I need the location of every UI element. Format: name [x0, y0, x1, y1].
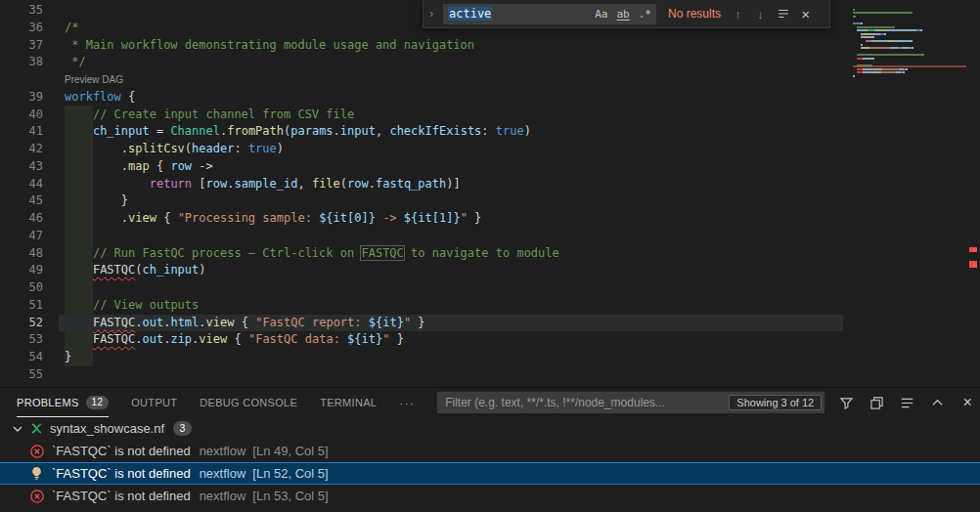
line-text: Preview DAG — [43, 71, 123, 89]
find-previous-button[interactable]: ↑ — [729, 7, 747, 21]
line-text: } — [43, 192, 128, 210]
error-token: FASTQC — [93, 316, 135, 329]
find-options: Aa ab .* — [595, 8, 651, 21]
code-line[interactable]: 41 ch_input = Channel.fromPath(params.in… — [0, 123, 843, 141]
code-line[interactable]: 43 .map { row -> — [0, 158, 843, 176]
tab-terminal[interactable]: TERMINAL — [320, 388, 377, 417]
code-line[interactable]: 40 // Create input channel from CSV file — [0, 107, 843, 124]
code-lines[interactable]: 3536/*37 * Main workflow demonstrating m… — [0, 2, 843, 384]
match-case-button[interactable]: Aa — [595, 8, 607, 21]
tab-debug-console[interactable]: DEBUG CONSOLE — [200, 388, 297, 417]
code-line[interactable]: 52 FASTQC.out.html.view { "FastQC report… — [0, 315, 843, 332]
code-token: -> — [192, 159, 213, 173]
line-number: 38 — [0, 54, 43, 71]
line-number: 36 — [0, 20, 43, 37]
code-token: ${it} — [347, 332, 382, 346]
open-in-editor-icon[interactable] — [868, 393, 885, 412]
code-line[interactable]: 54} — [0, 349, 843, 366]
code-token: fromPath — [227, 124, 284, 138]
tab-problems[interactable]: PROBLEMS 12 — [17, 388, 109, 417]
problem-row-selected[interactable]: `FASTQC` is not defined nextflow [Ln 52,… — [0, 462, 980, 485]
code-token: true — [248, 142, 277, 155]
line-number: 45 — [0, 192, 43, 210]
code-line[interactable]: 46 .view { "Processing sample: ${it[0]} … — [0, 210, 843, 228]
line-number: 48 — [0, 245, 43, 263]
tab-label: OUTPUT — [131, 397, 177, 408]
code-token: . — [135, 316, 142, 329]
tab-output[interactable]: OUTPUT — [131, 388, 177, 417]
code-token — [65, 211, 121, 225]
nextflow-file-icon — [29, 421, 45, 436]
problem-message: `FASTQC` is not defined — [52, 444, 191, 458]
find-input[interactable]: active Aa ab .* — [443, 4, 656, 24]
find-in-selection-icon[interactable] — [774, 7, 792, 21]
code-line[interactable]: 39workflow { — [0, 89, 843, 107]
code-line[interactable]: 47 — [0, 228, 843, 245]
code-token: { — [156, 211, 178, 225]
line-text: return [row.sample_id, file(row.fastq_pa… — [43, 176, 461, 193]
code-line[interactable]: 49 FASTQC(ch_input) — [0, 262, 843, 279]
code-token: */ — [65, 55, 86, 68]
code-line[interactable]: 37 * Main workflow demonstrating module … — [0, 37, 843, 55]
tab-label: TERMINAL — [320, 397, 377, 408]
code-line[interactable]: 44 return [row.sample_id, file(row.fastq… — [0, 176, 843, 193]
line-text: * Main workflow demonstrating module usa… — [43, 37, 474, 55]
code-token: "FastQC data: — [248, 332, 347, 346]
code-token: fastq_path — [376, 177, 446, 191]
code-line[interactable]: 45 } — [0, 192, 843, 210]
view-as-table-icon[interactable] — [898, 393, 915, 412]
maximize-panel-icon[interactable] — [928, 393, 946, 412]
toggle-replace-chevron-icon[interactable]: › — [423, 7, 439, 21]
line-text: /* — [43, 20, 78, 37]
code-token: { — [121, 90, 135, 104]
code-token: ( — [185, 142, 192, 155]
code-token: * Main workflow demonstrating module usa… — [65, 38, 474, 52]
code-token: ( — [340, 177, 347, 191]
line-text — [43, 2, 65, 20]
code-editor[interactable]: 3536/*37 * Main workflow demonstrating m… — [0, 0, 980, 387]
code-line[interactable]: 42 .splitCsv(header: true) — [0, 141, 843, 158]
code-line[interactable]: 48 // Run FastQC process — Ctrl-click on… — [0, 245, 843, 263]
line-text: ch_input = Channel.fromPath(params.input… — [43, 123, 531, 141]
codelens-preview-dag-link[interactable]: Preview DAG — [65, 74, 123, 85]
problem-row[interactable]: `FASTQC` is not defined nextflow [Ln 49,… — [0, 440, 980, 462]
code-token: out — [143, 316, 164, 329]
problem-message: `FASTQC` is not defined — [52, 489, 191, 503]
find-next-button[interactable]: ↓ — [751, 7, 770, 21]
problems-filter-input[interactable]: Filter (e.g. text, **/*.ts, !**/node_mod… — [437, 392, 824, 413]
code-line[interactable]: 53 FASTQC.out.zip.view { "FastQC data: $… — [0, 331, 843, 349]
code-line[interactable]: 50 — [0, 279, 843, 297]
problem-location: [Ln 52, Col 5] — [252, 466, 328, 481]
whole-word-button[interactable]: ab — [617, 8, 630, 21]
code-line[interactable]: 38 */ — [0, 54, 843, 71]
codelens-row[interactable]: Preview DAG — [0, 71, 843, 89]
line-text: // View outputs — [43, 297, 199, 315]
code-token: // Create input channel from CSV file — [93, 107, 354, 121]
overview-ruler[interactable] — [966, 0, 980, 387]
problem-location: [Ln 53, Col 5] — [252, 489, 328, 503]
line-text: FASTQC.out.zip.view { "FastQC data: ${it… — [43, 331, 404, 349]
minimap[interactable] — [853, 0, 966, 387]
line-number: 53 — [0, 331, 43, 349]
line-text — [43, 279, 65, 297]
more-tabs-button[interactable]: ··· — [399, 388, 415, 417]
filter-icon[interactable] — [837, 393, 855, 412]
problem-row[interactable]: `FASTQC` is not defined nextflow [Ln 53,… — [0, 485, 980, 507]
code-token — [65, 177, 150, 191]
code-token: -> — [376, 211, 404, 225]
panel-close-button[interactable]: × — [958, 393, 976, 412]
find-query-text: active — [448, 7, 492, 21]
more-icon: ··· — [399, 396, 415, 410]
find-close-button[interactable]: × — [796, 6, 815, 22]
code-token: row — [206, 177, 228, 191]
problems-file-group[interactable]: syntax_showcase.nf 3 — [0, 417, 980, 440]
regex-button[interactable]: .* — [639, 8, 651, 21]
code-line[interactable]: 55 — [0, 366, 843, 384]
code-token: view — [128, 211, 156, 225]
code-token: = — [150, 124, 171, 138]
code-token: ) — [524, 124, 531, 138]
code-line[interactable]: 51 // View outputs — [0, 297, 843, 315]
minimap-error-mark — [853, 65, 966, 67]
problems-tree: syntax_showcase.nf 3 `FASTQC` is not def… — [0, 417, 980, 507]
line-number: 43 — [0, 158, 43, 176]
